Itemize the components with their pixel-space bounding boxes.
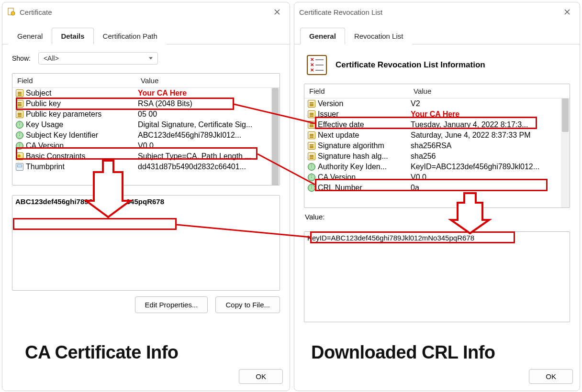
ok-button[interactable]: OK	[239, 369, 283, 384]
right-caption: Downloaded CRL Info	[311, 342, 495, 363]
tab-revocation-list[interactable]: Revocation List	[345, 28, 413, 44]
tab-general[interactable]: General	[300, 28, 345, 44]
list-row: Key UsageDigital Signature, Certificate …	[12, 120, 280, 130]
crl-dialog: Certificate Revocation List General Revo…	[294, 2, 580, 391]
list-row: SubjectYour CA Here	[12, 88, 280, 98]
ok-button[interactable]: OK	[529, 369, 573, 384]
crl-info-title: Certificate Revocation List Information	[336, 60, 485, 70]
cert-field-icon	[307, 131, 316, 140]
extension-icon	[307, 163, 316, 171]
cert-field-icon	[307, 99, 316, 108]
list-row: Public keyRSA (2048 Bits)	[12, 98, 280, 109]
detail-value-text: ABC123def456ghi789Jkl012mNo345pqR678	[15, 197, 164, 206]
thumbprint-icon	[15, 163, 24, 171]
extension-icon	[307, 173, 316, 182]
list-row: VersionV2	[304, 98, 570, 109]
close-icon	[274, 9, 280, 15]
cert-field-icon	[15, 89, 24, 98]
column-header-field[interactable]: Field	[304, 84, 409, 98]
field-list[interactable]: Field Value SubjectYour CA Here Public k…	[12, 73, 280, 185]
list-row: Signature hash alg...sha256	[304, 151, 570, 162]
close-icon	[564, 9, 570, 15]
seal-icon	[15, 152, 24, 161]
titlebar: Certificate Revocation List	[294, 2, 580, 22]
cert-field-icon	[307, 120, 316, 129]
svg-point-1	[11, 11, 15, 15]
crl-list-rows: VersionV2 IssuerYour CA Here Effective d…	[304, 98, 570, 207]
field-list-rows: SubjectYour CA Here Public keyRSA (2048 …	[12, 88, 280, 185]
dialog-title: Certificate Revocation List	[299, 8, 382, 16]
titlebar: Certificate	[2, 2, 290, 22]
dialog-title: Certificate	[20, 8, 52, 16]
tab-certification-path[interactable]: Certification Path	[94, 28, 167, 44]
list-row: Public key parameters05 00	[12, 109, 280, 120]
close-button[interactable]	[560, 5, 575, 19]
column-header-value[interactable]: Value	[136, 74, 280, 87]
list-row: Thumbprintdd431d87b5490d2832c66401...	[12, 162, 280, 172]
tab-general[interactable]: General	[8, 28, 52, 44]
cert-field-icon	[307, 152, 316, 161]
cert-field-icon	[15, 99, 24, 108]
certificate-dialog: Certificate General Details Certificatio…	[2, 2, 290, 391]
cert-field-icon	[307, 142, 316, 150]
extension-icon	[15, 120, 24, 129]
tab-strip: General Details Certification Path	[2, 27, 290, 44]
scrollbar[interactable]	[271, 88, 280, 185]
cert-field-icon	[15, 110, 24, 119]
edit-properties-button[interactable]: Edit Properties...	[135, 296, 208, 313]
certificate-icon	[7, 8, 16, 16]
list-row: Effective dateTuesday, January 4, 2022 8…	[304, 120, 570, 130]
close-button[interactable]	[269, 5, 285, 19]
list-row: CA VersionV0.0	[12, 141, 280, 151]
list-row: CRL Number0a	[304, 183, 570, 193]
scrollbar[interactable]	[561, 98, 570, 207]
list-row: Authority Key Iden...KeyID=ABC123def456g…	[304, 162, 570, 172]
tab-details[interactable]: Details	[52, 28, 93, 44]
show-filter-dropdown[interactable]: <All>	[38, 52, 158, 65]
list-row: IssuerYour CA Here	[304, 109, 570, 120]
copy-to-file-button[interactable]: Copy to File...	[215, 296, 280, 313]
value-label: Value:	[305, 213, 570, 221]
list-row: Subject Key IdentifierABC123def456ghi789…	[12, 130, 280, 141]
crl-detail-value-text: KeyID=ABC123def456ghi789Jkl012mNo345pqR6…	[307, 234, 474, 242]
list-row: Next updateSaturday, June 4, 2022 8:37:3…	[304, 130, 570, 141]
crl-icon: ✕ ✕ ✕	[307, 55, 327, 75]
list-row: Basic ConstraintsSubject Type=CA, Path L…	[12, 151, 280, 162]
extension-icon	[15, 131, 24, 140]
column-header-value[interactable]: Value	[409, 84, 570, 98]
cert-field-icon	[307, 110, 316, 119]
extension-icon	[15, 142, 24, 150]
list-row: CA VersionV0.0	[304, 172, 570, 183]
tab-strip: General Revocation List	[294, 27, 580, 44]
extension-icon	[307, 184, 316, 192]
crl-detail-value-box[interactable]: KeyID=ABC123def456ghi789Jkl012mNo345pqR6…	[304, 231, 570, 322]
column-header-field[interactable]: Field	[12, 74, 136, 87]
left-caption: CA Certificate Info	[25, 342, 179, 363]
show-label: Show:	[12, 54, 31, 62]
crl-field-list[interactable]: Field Value VersionV2 IssuerYour CA Here…	[304, 84, 570, 208]
detail-value-box[interactable]: ABC123def456ghi789Jkl012mNo345pqR678	[12, 195, 280, 291]
list-row: Signature algorithmsha256RSA	[304, 141, 570, 151]
